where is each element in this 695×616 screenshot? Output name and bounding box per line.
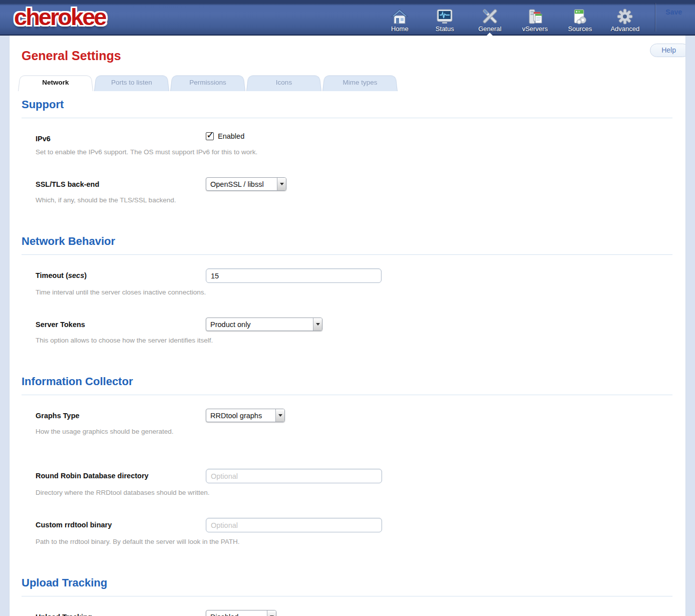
nav-separator	[655, 3, 655, 32]
home-icon	[391, 6, 409, 25]
nav-items: Home Status	[380, 0, 645, 35]
select-value: OpenSSL / libssl	[206, 178, 277, 190]
rrd-directory-input[interactable]	[206, 469, 382, 483]
tab-bar: Network Ports to listen Permissions Icon…	[18, 75, 685, 91]
content-panel: Help General Settings Network Ports to l…	[9, 36, 686, 616]
section-divider	[22, 395, 672, 395]
tab-icons[interactable]: Icons	[246, 75, 321, 91]
tab-ports-to-listen[interactable]: Ports to listen	[94, 75, 169, 91]
field-description: Which, if any, should be the TLS/SSL bac…	[36, 196, 672, 204]
upload-tracking-select[interactable]: Disabled	[206, 610, 276, 616]
nav-label: Advanced	[610, 25, 639, 33]
section-title: Information Collector	[22, 375, 672, 388]
chevron-down-icon	[275, 409, 284, 422]
nav-item-sources[interactable]: Sources	[560, 6, 600, 33]
ipv6-enabled-control: Enabled	[206, 132, 672, 140]
select-value: Product only	[206, 318, 313, 331]
help-button[interactable]: Help	[650, 44, 686, 57]
nav-item-home[interactable]: Home	[380, 6, 420, 33]
section-support: Support IPv6 Enabled Set to enable the I…	[22, 98, 672, 204]
field-description: How the usage graphics should be generat…	[36, 428, 672, 435]
vservers-icon	[526, 6, 544, 25]
tab-mime-types[interactable]: Mime types	[322, 75, 398, 91]
field-label: Upload Tracking	[36, 611, 206, 616]
section-divider	[22, 118, 672, 118]
section-network-behavior: Network Behavior Timeout (secs) Time int…	[22, 235, 672, 344]
nav-item-vservers[interactable]: vServers	[515, 6, 555, 33]
tab-network[interactable]: Network	[18, 75, 93, 91]
field-label: SSL/TLS back-end	[36, 179, 206, 191]
field-timeout: Timeout (secs) Time interval until the s…	[22, 270, 672, 296]
status-icon	[436, 6, 454, 25]
field-description: Directory where the RRDtool databases sh…	[36, 489, 672, 496]
nav-item-status[interactable]: Status	[425, 6, 465, 33]
nav-item-advanced[interactable]: Advanced	[605, 6, 645, 33]
sources-icon	[571, 6, 589, 25]
cherokee-logo: cherokee	[14, 3, 105, 31]
ipv6-enabled-checkbox[interactable]	[206, 132, 214, 140]
field-ipv6: IPv6 Enabled Set to enable the IPv6 supp…	[22, 133, 672, 156]
page-title: General Settings	[22, 49, 685, 63]
chevron-down-icon	[267, 610, 276, 616]
field-label: Custom rrdtool binary	[36, 519, 206, 532]
section-information-collector: Information Collector Graphs Type RRDtoo…	[22, 375, 672, 545]
rrdtool-binary-input[interactable]	[206, 518, 382, 532]
server-tokens-select[interactable]: Product only	[206, 318, 322, 331]
chevron-down-icon	[313, 318, 322, 331]
ssl-backend-select[interactable]: OpenSSL / libssl	[206, 177, 286, 191]
nav-label: Home	[391, 25, 409, 33]
field-label: Server Tokens	[36, 319, 206, 331]
graphs-type-select[interactable]: RRDtool graphs	[206, 409, 285, 422]
field-graphs-type: Graphs Type RRDtool graphs How the usage…	[22, 410, 672, 435]
nav-label: Status	[436, 25, 454, 33]
field-label: Timeout (secs)	[36, 270, 206, 283]
section-title: Support	[22, 98, 672, 111]
section-title: Network Behavior	[22, 235, 672, 248]
section-divider	[22, 596, 672, 596]
section-title: Upload Tracking	[22, 576, 672, 589]
field-description: Time interval until the server closes in…	[36, 288, 672, 296]
top-navbar: cherokee Home St	[0, 0, 695, 36]
timeout-input[interactable]	[206, 268, 382, 283]
field-upload-tracking: Upload Tracking Disabled How to track up…	[22, 611, 672, 616]
field-rrd-directory: Round Robin Database directory Directory…	[22, 470, 672, 496]
tab-permissions[interactable]: Permissions	[170, 75, 245, 91]
nav-label: Sources	[568, 25, 592, 33]
field-label: IPv6	[36, 133, 206, 143]
save-button[interactable]: Save	[665, 8, 682, 16]
nav-label: vServers	[522, 25, 548, 33]
checkbox-label: Enabled	[218, 132, 244, 140]
field-description: Path to the rrdtool binary. By default t…	[36, 538, 672, 545]
field-server-tokens: Server Tokens Product only This option a…	[22, 319, 672, 344]
general-icon	[481, 6, 499, 25]
select-value: RRDtool graphs	[206, 409, 275, 422]
field-ssl-tls-backend: SSL/TLS back-end OpenSSL / libssl Which,…	[22, 179, 672, 204]
field-rrdtool-binary: Custom rrdtool binary Path to the rrdtoo…	[22, 519, 672, 545]
field-label: Graphs Type	[36, 410, 206, 422]
section-upload-tracking: Upload Tracking Upload Tracking Disabled…	[22, 576, 672, 616]
select-value: Disabled	[206, 610, 267, 616]
advanced-icon	[616, 6, 634, 25]
field-description: Set to enable the IPv6 support. The OS m…	[36, 148, 672, 156]
field-description: This option allows to choose how the ser…	[36, 337, 672, 344]
nav-label: General	[478, 25, 501, 33]
field-label: Round Robin Database directory	[36, 470, 206, 483]
nav-item-general[interactable]: General	[470, 6, 510, 33]
chevron-down-icon	[277, 178, 286, 190]
section-divider	[22, 254, 672, 255]
